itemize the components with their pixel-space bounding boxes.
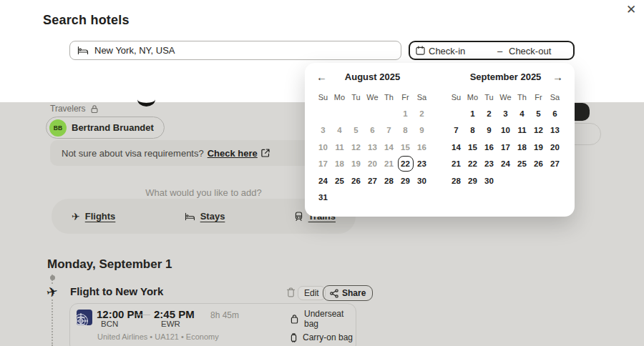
calendar-day[interactable]: 24 [315,172,331,189]
calendar-day[interactable]: 26 [348,172,364,189]
destination-input[interactable]: New York, NY, USA [69,41,401,60]
obscured-letter-descender [137,92,155,107]
visa-check-link[interactable]: Check here [208,148,258,159]
calendar-day[interactable]: 23 [414,156,430,173]
weekday-label: We [364,93,381,105]
calendar-day[interactable]: 20 [547,139,563,156]
calendar-day: 7 [381,122,397,139]
calendar-day[interactable]: 6 [547,105,563,122]
calendar-day[interactable]: 25 [331,172,348,189]
avatar: BB [49,119,67,137]
calendar-day: 17 [315,156,331,173]
calendar-day[interactable]: 25 [514,156,530,173]
calendar-day-selected[interactable]: 22 [397,156,414,173]
calendar-day[interactable]: 11 [514,122,530,139]
calendar-day[interactable]: 13 [547,122,563,139]
calendar-day[interactable]: 31 [315,189,331,207]
baggage-row: Underseat bag [291,309,356,329]
calendar-day[interactable]: 29 [464,172,481,189]
calendar-day[interactable]: 27 [547,156,563,173]
calendar-day: 10 [315,139,331,156]
calendar-day: 3 [315,122,331,139]
calendar-day[interactable]: 7 [448,122,464,139]
add-item-label: Flights [85,211,116,222]
calendar-weekday-row: SuMoTuWeThFrSa [315,93,430,105]
calendar-grid: 1234567891011121314151617181920212223242… [448,105,563,189]
calendar-day[interactable]: 18 [514,139,530,156]
calendar-day[interactable]: 27 [364,172,381,189]
calendar-day[interactable]: 3 [497,105,514,122]
calendar-day[interactable]: 16 [481,139,497,156]
calendar-day[interactable]: 15 [464,139,481,156]
calendar-day: 21 [381,156,397,173]
calendar-day[interactable]: 5 [530,105,547,122]
weekday-label: Fr [397,93,414,105]
baggage-label: Carry-on bag [303,332,353,342]
calendar-day[interactable]: 14 [448,139,464,156]
edit-event-button[interactable]: Edit [298,286,326,300]
visa-banner-text: Not sure about visa requirements? [62,148,204,159]
calendar-day[interactable]: 8 [464,122,481,139]
traveler-pill[interactable]: BB Bertrand Bruandet [46,117,165,139]
weekday-label: Tu [481,93,497,105]
calendar-day[interactable]: 4 [514,105,530,122]
flight-connector-line [133,313,150,316]
weekday-label: Mo [331,93,348,105]
date-picker-popup: ← → August 2025SuMoTuWeThFrSa12345678910… [305,63,575,217]
calendar-day: 12 [348,139,364,156]
close-icon[interactable]: ✕ [622,1,640,19]
share-event-button[interactable]: Share [323,285,373,301]
calendar-day[interactable]: 26 [530,156,547,173]
calendar-day[interactable]: 23 [481,156,497,173]
delete-event-button[interactable] [286,287,296,297]
empty-cell [364,105,381,122]
flight-duration: 8h 45m [210,310,239,320]
calendar-day[interactable]: 9 [481,122,497,139]
next-month-button[interactable]: → [550,69,566,84]
calendar-day[interactable]: 29 [397,172,414,189]
calendar-day: 4 [331,122,348,139]
calendar-month: September 2025SuMoTuWeThFrSa123456789101… [448,71,563,206]
carry-on-bag-icon [291,332,297,342]
modal-title: Search hotels [43,13,130,28]
weekday-label: We [497,93,514,105]
calendar-day[interactable]: 24 [497,156,514,173]
baggage-label: Underseat bag [304,309,356,329]
date-range-field[interactable]: Check-in – Check-out [409,41,575,60]
calendar-day: 20 [364,156,381,173]
travelers-label: Travelers [50,104,99,114]
calendar-day[interactable]: 17 [497,139,514,156]
flight-card[interactable]: 12:00 PM BCN 2:45 PM EWR 8h 45m Undersea… [69,303,356,346]
calendar-day[interactable]: 28 [381,172,397,189]
calendar-day[interactable]: 21 [448,156,464,173]
calendar-day[interactable]: 28 [448,172,464,189]
add-item-stays[interactable]: Stays [185,211,225,222]
calendar-day[interactable]: 2 [481,105,497,122]
calendar-day[interactable]: 1 [464,105,481,122]
previous-month-button[interactable]: ← [313,69,330,84]
share-button-label: Share [342,288,366,298]
travelers-label-text: Travelers [50,104,86,114]
add-item-flights[interactable]: ✈Flights [72,210,115,223]
calendar-day[interactable]: 10 [497,122,514,139]
calendar-day[interactable]: 12 [530,122,547,139]
empty-cell [448,105,464,122]
train-icon [294,212,303,222]
weekday-label: Mo [464,93,481,105]
calendar-day[interactable]: 19 [530,139,547,156]
bed-icon [185,212,195,221]
lock-icon [90,104,99,114]
checkout-label: Check-out [509,46,551,56]
plane-icon: ✈ [72,210,80,223]
weekday-label: Su [315,93,331,105]
baggage-list: Underseat bagCarry-on bag [291,309,356,342]
calendar-day[interactable]: 30 [414,172,430,189]
calendar-day: 9 [414,122,430,139]
empty-cell [381,105,397,122]
date-separator: – [497,46,502,56]
calendar-day: 14 [381,139,397,156]
calendar-day: 8 [397,122,414,139]
calendar-day[interactable]: 30 [481,172,497,189]
calendar-day[interactable]: 22 [464,156,481,173]
departure-airport: BCN [101,320,118,328]
